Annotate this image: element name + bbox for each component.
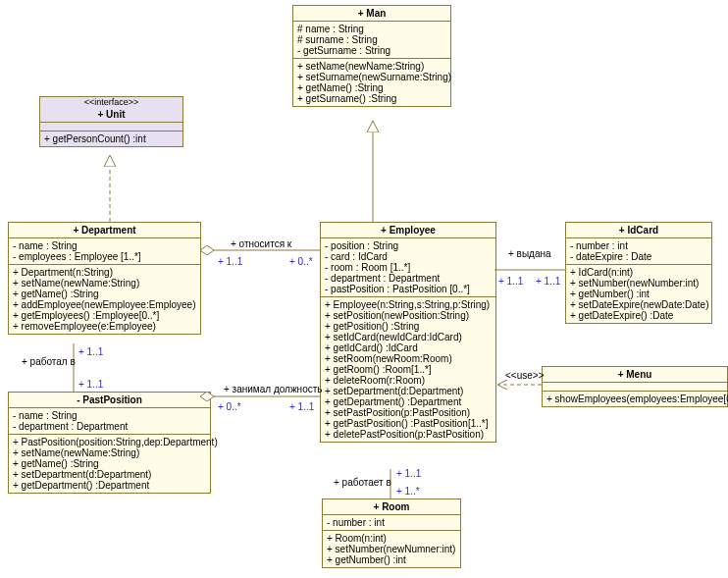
- class-department: + Department - name : String - employees…: [8, 222, 201, 335]
- svg-text:+ 1..1: + 1..1: [289, 401, 315, 412]
- svg-text:+ работал в: + работал в: [22, 356, 76, 367]
- svg-text:+ 1..1: + 1..1: [536, 276, 561, 287]
- room-title: + Room: [323, 499, 460, 515]
- class-menu: + Menu + showEmployees(employees:Employe…: [542, 366, 728, 407]
- svg-text:+ работает в: + работает в: [334, 477, 391, 488]
- svg-text:+ 0..*: + 0..*: [218, 401, 241, 412]
- pp-title: - PastPosition: [9, 393, 210, 408]
- svg-text:+ 1..1: + 1..1: [218, 256, 243, 267]
- class-unit: <<interface>> + Unit + getPersonCount() …: [39, 96, 183, 147]
- svg-text:+ 1..1: + 1..1: [498, 276, 524, 287]
- op: + getPersonCount() :int: [44, 133, 179, 144]
- class-idcard: + IdCard - number : int - dateExpire : D…: [565, 222, 712, 324]
- unit-title: + Unit: [40, 107, 182, 123]
- svg-text:+ 1..1: + 1..1: [78, 379, 104, 390]
- dep-title: + Department: [9, 223, 200, 238]
- emp-title: + Employee: [321, 223, 495, 238]
- svg-text:+ выдана: + выдана: [508, 248, 551, 259]
- svg-text:+ 1..1: + 1..1: [78, 346, 104, 357]
- class-employee: + Employee - position : String - card : …: [320, 222, 496, 443]
- class-pastposition: - PastPosition - name : String - departm…: [8, 392, 211, 494]
- menu-title: + Menu: [543, 367, 727, 383]
- svg-text:+ относится к: + относится к: [231, 238, 292, 249]
- svg-text:+ 1..*: + 1..*: [396, 486, 420, 497]
- svg-text:<<use>>: <<use>>: [505, 370, 545, 381]
- svg-text:+ 1..1: + 1..1: [396, 468, 422, 479]
- class-room: + Room - number : int + Room(n:int) + se…: [322, 499, 461, 568]
- svg-text:+ 0..*: + 0..*: [289, 256, 313, 267]
- svg-text:+ занимал должность: + занимал должность: [224, 384, 323, 394]
- class-man: + Man # name : String # surname : String…: [292, 5, 451, 107]
- man-title: + Man: [293, 6, 450, 22]
- unit-stereo: <<interface>>: [40, 97, 182, 107]
- id-title: + IdCard: [566, 223, 711, 238]
